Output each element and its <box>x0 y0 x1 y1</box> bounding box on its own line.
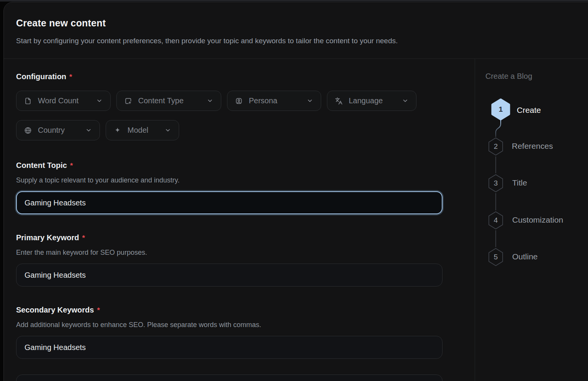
step-connector <box>495 230 496 247</box>
required-asterisk: * <box>97 306 100 314</box>
model-label: Model <box>127 126 158 135</box>
step-3-label[interactable]: Title <box>512 178 527 187</box>
step-number: 2 <box>494 142 498 151</box>
word-count-label: Word Count <box>38 96 90 105</box>
secondary-keywords-help: Add additional keywords to enhance SEO. … <box>16 321 261 329</box>
step-number: 4 <box>494 216 498 225</box>
primary-keyword-help: Enter the main keyword for SEO purposes. <box>16 249 147 257</box>
step-5-hexagon[interactable]: 5 <box>487 247 504 267</box>
content-type-dropdown[interactable]: Content Type <box>116 91 221 111</box>
secondary-keywords-label-text: Secondary Keywords <box>16 306 94 314</box>
file-icon <box>24 97 32 105</box>
country-label: Country <box>38 126 79 135</box>
language-dropdown[interactable]: Language <box>327 91 416 111</box>
step-connector <box>495 193 496 210</box>
square-plus-icon <box>124 97 132 105</box>
required-asterisk: * <box>70 161 73 169</box>
step-4-hexagon[interactable]: 4 <box>487 211 504 230</box>
persona-dropdown[interactable]: Persona <box>227 91 321 111</box>
content-type-label: Content Type <box>138 96 201 105</box>
header-divider <box>4 59 588 59</box>
word-count-dropdown[interactable]: Word Count <box>16 91 111 111</box>
content-topic-label-text: Content Topic <box>16 161 67 169</box>
step-number: 1 <box>499 105 503 114</box>
chevron-down-icon <box>165 127 171 134</box>
primary-keyword-label-text: Primary Keyword <box>16 233 79 242</box>
step-2-label[interactable]: References <box>512 142 553 151</box>
chevron-down-icon <box>307 98 313 104</box>
page-title: Create new content <box>16 18 106 29</box>
user-card-icon <box>235 97 243 105</box>
primary-keyword-input[interactable] <box>16 264 443 287</box>
model-dropdown[interactable]: Model <box>106 120 179 140</box>
create-content-page: Create new content Start by configuring … <box>0 0 588 381</box>
content-topic-input[interactable] <box>16 191 443 214</box>
configuration-label-text: Configuration <box>16 72 66 81</box>
country-dropdown[interactable]: Country <box>16 120 100 140</box>
step-number: 3 <box>494 179 498 187</box>
step-3-hexagon[interactable]: 3 <box>487 174 504 193</box>
primary-keyword-label: Primary Keyword* <box>16 233 85 242</box>
step-number: 5 <box>494 253 498 261</box>
chevron-down-icon <box>207 98 213 104</box>
configuration-label: Configuration* <box>16 72 72 81</box>
page-subtitle: Start by configuring your content prefer… <box>16 37 398 45</box>
chevron-down-icon <box>402 98 408 104</box>
chevron-down-icon <box>96 98 103 104</box>
sparkle-icon <box>114 127 121 134</box>
step-2-hexagon[interactable]: 2 <box>487 137 504 156</box>
secondary-keywords-input[interactable] <box>16 336 443 359</box>
step-4-label[interactable]: Customization <box>512 215 563 225</box>
persona-label: Persona <box>249 96 301 105</box>
language-label: Language <box>349 96 396 105</box>
globe-icon <box>24 127 32 134</box>
create-content-panel: Create new content Start by configuring … <box>3 2 588 381</box>
stepper-title: Create a Blog <box>485 72 532 81</box>
step-connector-curve <box>494 120 504 137</box>
step-1-label[interactable]: Create <box>517 106 541 115</box>
required-asterisk: * <box>82 234 85 242</box>
step-connector <box>495 156 496 173</box>
secondary-keywords-label: Secondary Keywords* <box>16 306 100 314</box>
chevron-down-icon <box>85 127 92 134</box>
background-edge <box>0 0 588 2</box>
step-1-hexagon[interactable]: 1 <box>491 98 511 120</box>
step-5-label[interactable]: Outline <box>512 252 538 261</box>
next-field-input[interactable] <box>16 374 443 381</box>
content-topic-label: Content Topic* <box>16 161 73 170</box>
translate-icon <box>335 97 343 105</box>
content-topic-help: Supply a topic relevant to your audience… <box>16 176 180 184</box>
sidebar-divider <box>475 59 475 381</box>
required-asterisk: * <box>69 73 72 81</box>
